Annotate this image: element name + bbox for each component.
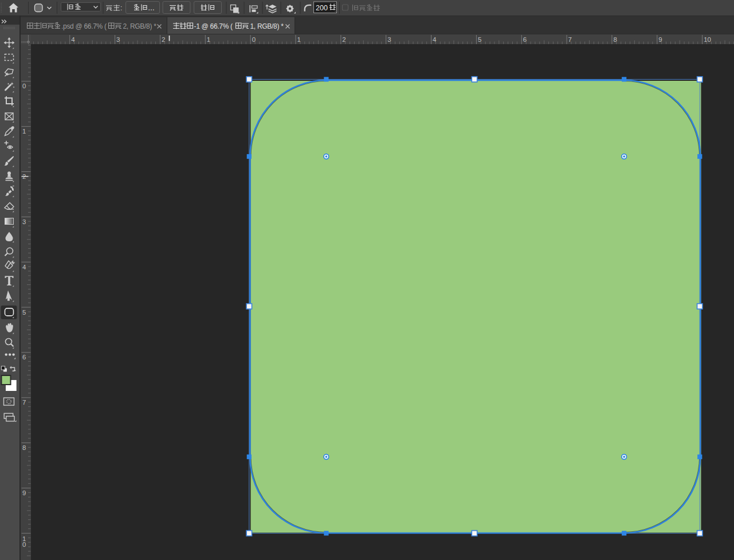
svg-text:4: 4 (433, 36, 437, 43)
svg-text:10: 10 (704, 36, 711, 43)
svg-text:…: … (148, 4, 155, 12)
svg-text:7: 7 (22, 399, 26, 406)
svg-text:200: 200 (316, 4, 328, 12)
svg-text:8: 8 (22, 444, 26, 451)
svg-text::: : (120, 4, 122, 12)
svg-text:6: 6 (22, 354, 26, 361)
svg-text:4: 4 (22, 264, 26, 271)
svg-text:1, RGB/8) *: 1, RGB/8) * (250, 22, 284, 30)
svg-text:0: 0 (22, 83, 26, 89)
svg-text:.psd @ 66.7% (: .psd @ 66.7% ( (61, 22, 107, 30)
svg-text:1: 1 (22, 128, 26, 135)
svg-text:9: 9 (22, 489, 26, 496)
svg-text:-1 @ 66.7% (: -1 @ 66.7% ( (194, 22, 233, 30)
svg-text:3: 3 (22, 218, 26, 225)
svg-text:0: 0 (22, 541, 26, 548)
svg-text:5: 5 (22, 309, 26, 316)
svg-text:4: 4 (71, 36, 75, 43)
svg-text:2, RGB/8) *: 2, RGB/8) * (123, 22, 157, 30)
